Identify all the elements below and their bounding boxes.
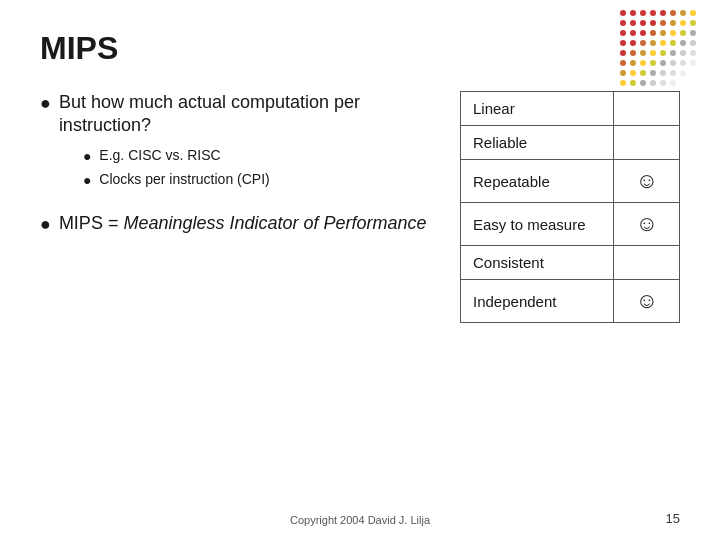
content-area: ● But how much actual computation per in… [40,91,680,323]
dot-51 [650,70,656,76]
dot-63 [690,80,696,86]
dot-34 [640,50,646,56]
table-icon-5: ☺ [614,280,680,323]
table-icon-0 [614,92,680,126]
dot-23 [690,30,696,36]
sub-bullet-dot-1: ● [83,148,91,164]
dot-44 [660,60,666,66]
dot-46 [680,60,686,66]
table-icon-1 [614,126,680,160]
dot-30 [680,40,686,46]
dot-60 [660,80,666,86]
dot-31 [690,40,696,46]
page-number: 15 [666,511,680,526]
dot-59 [650,80,656,86]
dot-28 [660,40,666,46]
dot-54 [680,70,686,76]
dot-22 [680,30,686,36]
dot-32 [620,50,626,56]
sub-bullet-text-2: Clocks per instruction (CPI) [99,170,269,188]
sub-bullet-1: ● E.g. CISC vs. RISC [83,146,440,164]
bullet-item-1: ● But how much actual computation per in… [40,91,440,196]
dot-20 [660,30,666,36]
dot-48 [620,70,626,76]
slide: MIPS ● But how much actual computation p… [0,0,720,540]
bullet-dot-2: ● [40,214,51,235]
dot-19 [650,30,656,36]
dot-16 [620,30,626,36]
bullet-item-2: ● MIPS = Meaningless Indicator of Perfor… [40,212,440,235]
dot-41 [630,60,636,66]
dot-26 [640,40,646,46]
dot-33 [630,50,636,56]
dot-grid-decoration [620,10,700,90]
dot-61 [670,80,676,86]
dot-2 [640,10,646,16]
bullet-text-2-normal: MIPS = [59,213,124,233]
dot-58 [640,80,646,86]
dot-39 [690,50,696,56]
bullet-text-1: But how much actual computation per inst… [59,92,360,135]
sub-bullet-dot-2: ● [83,172,91,188]
dot-17 [630,30,636,36]
sub-bullets: ● E.g. CISC vs. RISC ● Clocks per instru… [83,146,440,188]
table-label-3: Easy to measure [461,203,614,246]
dot-47 [690,60,696,66]
dot-4 [660,10,666,16]
footer-copyright: Copyright 2004 David J. Lilja [290,514,430,526]
dot-35 [650,50,656,56]
table-row-1: Reliable [461,126,680,160]
dot-24 [620,40,626,46]
dot-6 [680,10,686,16]
table-row-4: Consistent [461,246,680,280]
dot-62 [680,80,686,86]
left-content: ● But how much actual computation per in… [40,91,440,252]
slide-title: MIPS [40,30,680,67]
dot-15 [690,20,696,26]
dot-0 [620,10,626,16]
table-row-0: Linear [461,92,680,126]
table-icon-2: ☺ [614,160,680,203]
dot-49 [630,70,636,76]
bullet-text-2-italic: Meaningless Indicator of Performance [123,213,426,233]
table-label-5: Independent [461,280,614,323]
dot-11 [650,20,656,26]
bullet-dot-1: ● [40,93,51,114]
table-label-2: Repeatable [461,160,614,203]
dot-56 [620,80,626,86]
dot-14 [680,20,686,26]
dot-18 [640,30,646,36]
table-row-2: Repeatable☺ [461,160,680,203]
table-row-3: Easy to measure☺ [461,203,680,246]
dot-10 [640,20,646,26]
table-icon-4 [614,246,680,280]
dot-50 [640,70,646,76]
dot-40 [620,60,626,66]
dot-27 [650,40,656,46]
dot-13 [670,20,676,26]
dot-37 [670,50,676,56]
dot-45 [670,60,676,66]
dot-3 [650,10,656,16]
dot-43 [650,60,656,66]
dot-36 [660,50,666,56]
dot-42 [640,60,646,66]
dot-8 [620,20,626,26]
table-icon-3: ☺ [614,203,680,246]
dot-7 [690,10,696,16]
dot-1 [630,10,636,16]
dot-29 [670,40,676,46]
smiley-icon-3: ☺ [635,211,657,236]
dot-53 [670,70,676,76]
smiley-icon-2: ☺ [635,168,657,193]
dot-55 [690,70,696,76]
dot-52 [660,70,666,76]
dot-21 [670,30,676,36]
smiley-icon-5: ☺ [635,288,657,313]
table-label-0: Linear [461,92,614,126]
table-label-1: Reliable [461,126,614,160]
properties-table: LinearReliableRepeatable☺Easy to measure… [460,91,680,323]
dot-9 [630,20,636,26]
dot-25 [630,40,636,46]
dot-38 [680,50,686,56]
